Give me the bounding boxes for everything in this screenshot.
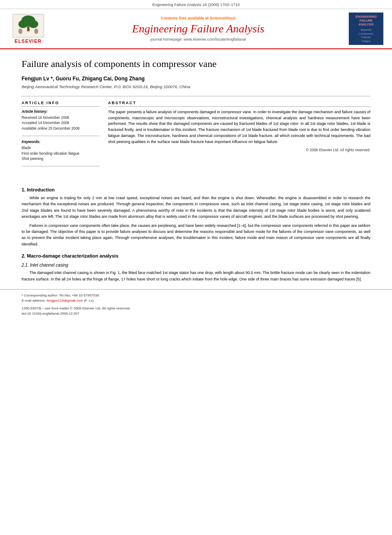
abstract-column: ABSTRACT The paper presents a failure an…	[108, 101, 370, 170]
cover-lines: MaterialsComponentsFractureFatigue	[359, 28, 373, 43]
article-history-section: Article history: Received 16 November 20…	[22, 109, 99, 131]
accepted-date: Accepted 14 December 2008	[22, 120, 99, 126]
sciencedirect-name[interactable]: ScienceDirect	[210, 16, 236, 20]
homepage-label: journal homepage:	[150, 37, 183, 41]
article-title: Failure analysis of components in compre…	[22, 58, 370, 70]
info-divider-2	[22, 166, 99, 166]
section-1-heading: 1. Introduction	[22, 187, 370, 192]
keyword-1: Blade	[22, 145, 99, 151]
doi-text: doi:10.1016/j.engfailanal.2008.12.007	[22, 312, 79, 315]
info-divider	[22, 136, 99, 136]
citation-text: Engineering Failure Analysis 16 (2009) 1…	[152, 3, 239, 7]
keyword-2: First order bending vibration fatigue	[22, 151, 99, 156]
keywords-label: Keywords:	[22, 140, 99, 144]
doi-line: doi:10.1016/j.engfailanal.2008.12.007	[22, 311, 370, 316]
journal-homepage: journal homepage: www.elsevier.com/locat…	[48, 37, 349, 41]
homepage-url[interactable]: www.elsevier.com/locate/engfailanal	[184, 37, 246, 41]
elsevier-logo: ELSEVIER	[9, 14, 48, 44]
section-2-1-para: The damaged inlet channel casing is show…	[22, 270, 370, 282]
issn-line: 1350-6307/$ – see front matter © 2008 El…	[22, 306, 370, 311]
svg-point-3	[29, 20, 38, 28]
cover-title: EngineeringFailureAnalysis	[355, 15, 376, 26]
elsevier-wordmark: ELSEVIER	[15, 38, 41, 44]
journal-header: ELSEVIER Contents lists available at Sci…	[0, 9, 392, 49]
journal-cover-image: EngineeringFailureAnalysis MaterialsComp…	[349, 13, 383, 45]
journal-center: Contents lists available at ScienceDirec…	[48, 16, 349, 41]
main-content: Failure analysis of components in compre…	[0, 49, 392, 181]
intro-paragraph-1: While an engine is trialing for only 2 m…	[22, 195, 370, 220]
email-suffix: (F. Lv).	[83, 299, 95, 303]
email-link[interactable]: fengjun118@gmail.com	[47, 299, 83, 303]
intro-paragraph-2: Failures in compressor vane components o…	[22, 223, 370, 248]
page-wrapper: Engineering Failure Analysis 16 (2009) 1…	[0, 0, 392, 331]
article-info-header: ARTICLE INFO	[22, 101, 99, 107]
journal-title: Engineering Failure Analysis	[48, 22, 349, 35]
article-info-column: ARTICLE INFO Article history: Received 1…	[22, 101, 99, 170]
section-2-heading: 2. Macro-damage characterization analysi…	[22, 253, 370, 258]
citation-bar: Engineering Failure Analysis 16 (2009) 1…	[0, 0, 392, 9]
abstract-header: ABSTRACT	[108, 101, 370, 107]
section-2-1-heading: 2.1. Inlet channel casing	[22, 263, 370, 268]
svg-point-6	[34, 29, 38, 34]
available-date: Available online 25 December 2008	[22, 126, 99, 131]
divider-1	[22, 96, 370, 96]
contents-text: Contents lists available at	[161, 16, 209, 20]
svg-point-5	[18, 29, 22, 34]
svg-rect-4	[27, 26, 29, 31]
corresponding-label: * Corresponding author. Tel./fax: +86 10…	[22, 293, 100, 297]
copyright-text: © 2008 Elsevier Ltd. All rights reserved…	[108, 148, 370, 152]
abstract-text: The paper presents a failure analysis of…	[108, 109, 370, 146]
received-date: Received 16 November 2008	[22, 115, 99, 121]
history-label: Article history:	[22, 109, 99, 114]
keywords-section: Keywords: Blade First order bending vibr…	[22, 140, 99, 162]
article-info-abstract-row: ARTICLE INFO Article history: Received 1…	[22, 101, 370, 170]
footnote-area: * Corresponding author. Tel./fax: +86 10…	[0, 289, 392, 318]
issn-text: 1350-6307/$ – see front matter © 2008 El…	[22, 306, 131, 310]
keyword-3: Shot peening	[22, 156, 99, 162]
body-content: 1. Introduction While an engine is trial…	[0, 187, 392, 282]
email-label: E-mail address:	[22, 299, 46, 303]
affiliation: Beijing Aeronautical Technology Research…	[22, 84, 370, 89]
sciencedirect-link: Contents lists available at ScienceDirec…	[48, 16, 349, 20]
svg-point-2	[18, 20, 28, 28]
elsevier-tree-icon	[12, 14, 45, 38]
corresponding-author: * Corresponding author. Tel./fax: +86 10…	[22, 293, 370, 298]
email-line: E-mail address: fengjun118@gmail.com (F.…	[22, 298, 370, 303]
authors: Fengjun Lv *, Guoru Fu, Zhigang Cai, Don…	[22, 76, 370, 82]
